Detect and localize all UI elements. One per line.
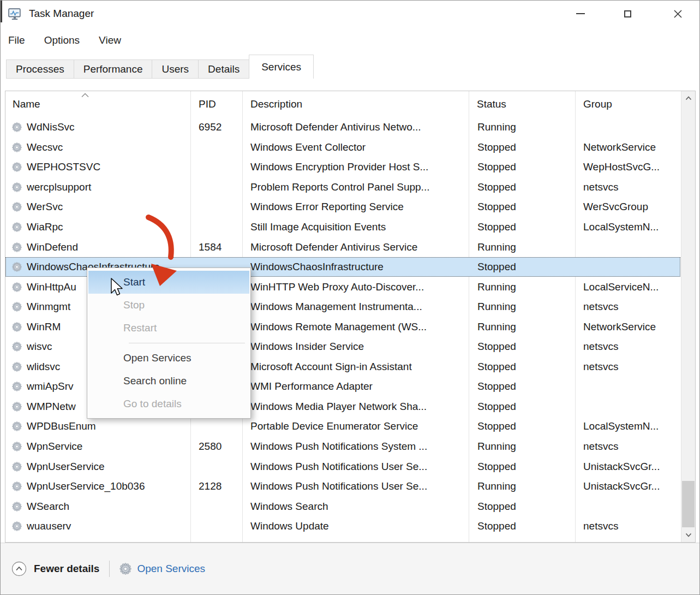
menu-view[interactable]: View [99, 34, 121, 46]
titlebar: Task Manager [1, 1, 699, 28]
maximize-button[interactable] [611, 1, 644, 27]
service-description: Windows Encryption Provider Host S... [242, 161, 469, 173]
menu-file[interactable]: File [8, 34, 25, 46]
gear-icon [12, 521, 22, 531]
service-description: Windows Remote Management (WS... [242, 321, 469, 333]
service-pid: 1584 [190, 241, 242, 253]
close-button[interactable] [661, 1, 695, 27]
minimize-button[interactable] [564, 1, 597, 27]
gear-icon [12, 502, 22, 511]
service-description: Windows Error Reporting Service [242, 201, 469, 213]
tab-performance[interactable]: Performance [74, 59, 153, 79]
menu-options[interactable]: Options [44, 34, 80, 46]
service-status: Running [469, 281, 575, 293]
tab-users[interactable]: Users [152, 59, 199, 79]
service-status: Stopped [469, 501, 575, 513]
service-name: WpnUserService_10b036 [27, 480, 145, 492]
tab-strip: ProcessesPerformanceUsersDetailsServices [6, 52, 699, 79]
table-row[interactable]: WpnUserService_10b0362128Windows Push No… [5, 477, 680, 497]
service-description: Microsoft Defender Antivirus Service [242, 241, 469, 253]
gear-icon [12, 162, 22, 172]
table-row[interactable]: WecsvcWindows Event CollectorStoppedNetw… [5, 138, 680, 158]
service-name-cell: wuauserv [5, 520, 190, 532]
tab-services[interactable]: Services [249, 55, 314, 79]
table-row[interactable]: WSearchWindows SearchStopped [5, 496, 680, 516]
service-group: netsvcs [575, 341, 680, 353]
service-status: Stopped [469, 141, 575, 153]
column-header-name[interactable]: Name [5, 98, 190, 110]
service-name: WpnService [27, 441, 82, 453]
service-status: Stopped [469, 201, 575, 213]
gear-icon [12, 481, 22, 491]
tab-details[interactable]: Details [198, 59, 249, 79]
context-menu: StartStopRestartOpen ServicesSearch onli… [87, 267, 251, 419]
service-group: WepHostSvcG... [575, 161, 680, 173]
service-name: WinHttpAu [27, 281, 76, 293]
service-name: Wecsvc [27, 141, 63, 153]
column-header-description[interactable]: Description [242, 98, 469, 110]
scrollbar-thumb[interactable] [682, 481, 695, 527]
service-name-cell: WpnUserService_10b036 [5, 480, 190, 492]
service-description: Portable Device Enumerator Service [242, 420, 469, 432]
service-group: LocalServiceN... [575, 281, 680, 293]
table-row[interactable]: WiaRpcStill Image Acquisition EventsStop… [5, 217, 680, 237]
service-name-cell: WEPHOSTSVC [5, 161, 190, 173]
chevron-up-circle-icon [11, 561, 27, 576]
table-row[interactable]: WpnService2580Windows Push Notifications… [5, 437, 680, 457]
column-header-status[interactable]: Status [469, 98, 575, 110]
fewer-details-label: Fewer details [34, 563, 99, 575]
table-row[interactable]: WEPHOSTSVCWindows Encryption Provider Ho… [5, 157, 680, 177]
vertical-scrollbar[interactable] [681, 91, 695, 542]
table-row[interactable]: WerSvcWindows Error Reporting ServiceSto… [5, 197, 680, 217]
column-header-group[interactable]: Group [575, 98, 680, 110]
service-status: Stopped [469, 221, 575, 233]
menu-item-label: Open Services [123, 352, 192, 364]
service-name-cell: WpnUserService [5, 461, 190, 473]
menu-item-label: Stop [123, 299, 145, 311]
service-description: Microsoft Defender Antivirus Netwo... [242, 121, 469, 133]
service-status: Stopped [469, 161, 575, 173]
service-group: netsvcs [575, 181, 680, 193]
service-description: WMI Performance Adapter [242, 380, 469, 392]
service-status: Running [469, 121, 575, 133]
window-title: Task Manager [29, 8, 94, 20]
table-row[interactable]: WinDefend1584Microsoft Defender Antiviru… [5, 237, 680, 257]
service-pid: 2128 [190, 480, 242, 492]
service-group: netsvcs [575, 361, 680, 373]
gear-icon [12, 302, 22, 312]
task-manager-app-icon [8, 7, 22, 21]
table-row[interactable]: wuauservWindows UpdateStoppednetsvcs [5, 516, 680, 537]
fewer-details-button[interactable]: Fewer details [11, 561, 99, 576]
menu-separator [129, 343, 245, 343]
open-services-link[interactable]: Open Services [119, 563, 205, 575]
service-name: WinRM [27, 321, 61, 333]
service-name: WpnUserService [27, 461, 105, 473]
table-row[interactable]: WpnUserServiceWindows Push Notifications… [5, 456, 680, 477]
service-name: WerSvc [27, 201, 63, 213]
table-row[interactable]: wercplsupportProblem Reports Control Pan… [5, 177, 680, 198]
service-name: Winmgmt [27, 301, 70, 313]
table-row[interactable]: WdNisSvc6952Microsoft Defender Antivirus… [5, 117, 680, 138]
tab-processes[interactable]: Processes [6, 59, 74, 79]
gear-icon [12, 282, 22, 292]
service-status: Running [469, 480, 575, 492]
menu-item-open-services[interactable]: Open Services [87, 347, 250, 370]
scroll-up-button[interactable] [681, 91, 695, 105]
service-name-cell: WSearch [5, 501, 190, 513]
service-status: Stopped [469, 341, 575, 353]
service-group: netsvcs [575, 520, 680, 532]
service-group: UnistackSvcGr... [575, 461, 680, 473]
menu-item-search-online[interactable]: Search online [87, 370, 250, 392]
column-header-pid[interactable]: PID [190, 98, 242, 110]
service-status: Running [469, 321, 575, 333]
service-group: netsvcs [575, 441, 680, 453]
scroll-down-button[interactable] [681, 528, 695, 542]
menu-item-label: Search online [123, 375, 187, 387]
service-description: Windows Management Instrumenta... [242, 301, 469, 313]
menu-item-start[interactable]: Start [88, 271, 249, 294]
service-description: Problem Reports Control Panel Supp... [242, 181, 469, 193]
gear-icon [119, 563, 131, 575]
table-row[interactable]: WPDBusEnumPortable Device Enumerator Ser… [5, 416, 680, 437]
service-name: wuauserv [27, 520, 71, 532]
gear-icon [12, 462, 22, 472]
